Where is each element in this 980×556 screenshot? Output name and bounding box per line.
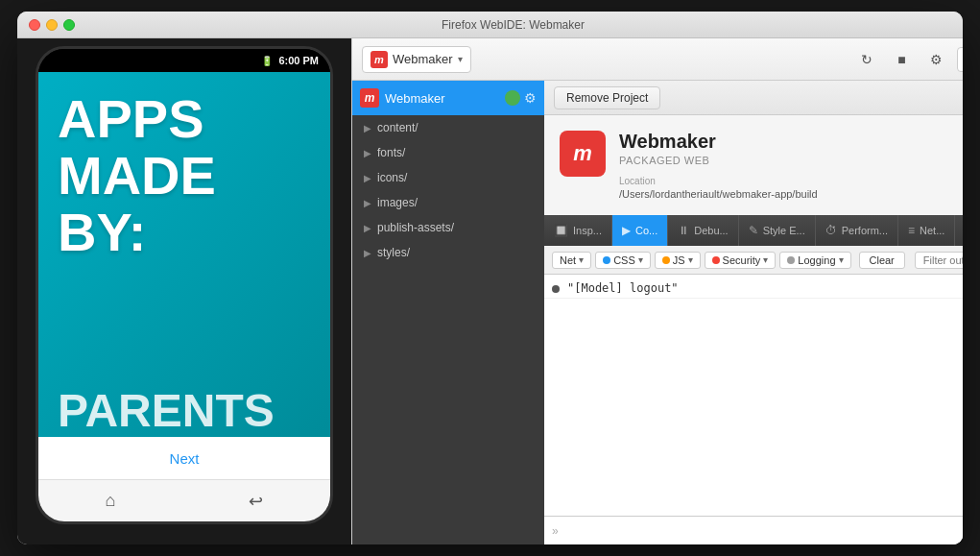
phone-bottom-bar[interactable]: Next	[38, 437, 330, 479]
runtime-selector[interactable]: 📱 Firefox OS 2.0 ▾	[957, 47, 963, 72]
phone-time: 6:00 PM	[278, 55, 319, 66]
debugger-icon: ⏸	[678, 224, 689, 237]
devtools-tabs: 🔲 Insp... ▶ Co... ⏸ Debu... ✎	[544, 215, 963, 246]
net-filter-label: Net	[560, 254, 576, 266]
console-log-entry: "[Model] logout" index.js:569	[544, 278, 963, 299]
css-filter-label: CSS	[613, 254, 635, 266]
phone-next-button[interactable]: Next	[170, 450, 200, 467]
project-info-body: m Webmaker PACKAGED WEB Location /Users/…	[544, 115, 963, 215]
phone-text-made: MADE	[58, 148, 311, 205]
phone-screen: APPS MADE BY: PARENTS	[38, 72, 330, 437]
security-filter-label: Security	[723, 254, 761, 266]
app-name-label: Webmaker	[393, 52, 453, 66]
maximize-button[interactable]	[63, 19, 75, 31]
js-filter-chevron: ▾	[688, 254, 693, 265]
file-tree-gear-icon[interactable]: ⚙	[524, 90, 537, 106]
css-filter-button[interactable]: CSS ▾	[595, 252, 651, 269]
project-details: Webmaker PACKAGED WEB Location /Users/lo…	[619, 131, 963, 200]
file-arrow-icon: ▶	[364, 248, 371, 258]
console-expand-icon[interactable]: »	[552, 524, 559, 538]
app-icon: m	[370, 51, 388, 68]
css-filter-chevron: ▾	[638, 254, 643, 265]
tab-style-editor[interactable]: ✎ Style E...	[739, 215, 816, 246]
inspector-icon: 🔲	[554, 224, 568, 237]
file-name: icons/	[377, 171, 407, 184]
phone-screen-content: APPS MADE BY: PARENTS	[38, 72, 330, 437]
filter-input[interactable]	[915, 252, 963, 269]
file-arrow-icon: ▶	[364, 123, 371, 133]
main-content: 🔋 6:00 PM APPS MADE BY: PARENTS Next	[17, 38, 963, 544]
tab-performance[interactable]: ⏱ Perform...	[816, 215, 898, 246]
file-name: images/	[377, 196, 418, 209]
style-editor-icon: ✎	[749, 224, 758, 237]
tab-inspector[interactable]: 🔲 Insp...	[544, 215, 612, 246]
reload-button[interactable]: ↻	[853, 46, 880, 73]
tab-debugger[interactable]: ⏸ Debu...	[668, 215, 738, 246]
phone-text-apps: APPS	[58, 91, 311, 148]
file-tree-item[interactable]: ▶icons/	[352, 165, 544, 190]
security-filter-chevron: ▾	[763, 254, 768, 265]
tab-scratch[interactable]: 📋 Scratch...	[955, 215, 963, 246]
title-bar: Firefox WebIDE: Webmaker	[17, 12, 963, 38]
remove-project-button[interactable]: Remove Project	[554, 86, 660, 109]
file-tree-item[interactable]: ▶styles/	[352, 240, 544, 265]
net-filter-button[interactable]: Net ▾	[552, 252, 591, 269]
clear-button[interactable]: Clear	[859, 252, 905, 269]
js-filter-button[interactable]: JS ▾	[655, 252, 701, 269]
phone-nav-bar: ⌂ ↩	[38, 479, 330, 521]
stop-icon: ■	[897, 52, 905, 67]
project-info-panel: Remove Project VALID m Webmaker PACKAGED…	[544, 81, 963, 544]
css-dot	[603, 256, 610, 264]
file-name: fonts/	[377, 146, 405, 159]
phone-home-icon[interactable]: ⌂	[106, 491, 116, 511]
js-filter-label: JS	[673, 254, 685, 266]
file-tree-header: m Webmaker ⚙	[352, 81, 544, 115]
style-editor-label: Style E...	[763, 225, 805, 236]
file-tree-item[interactable]: ▶images/	[352, 190, 544, 215]
file-arrow-icon: ▶	[364, 198, 371, 208]
network-label: Net...	[920, 225, 944, 236]
security-dot	[712, 256, 720, 264]
app-selector-chevron: ▾	[458, 54, 463, 64]
project-name: Webmaker	[619, 131, 963, 153]
tab-network[interactable]: ≡ Net...	[898, 215, 955, 246]
console-label: Co...	[635, 225, 657, 236]
console-toolbar: Net ▾ CSS ▾ JS ▾	[544, 246, 963, 275]
file-tree-item[interactable]: ▶publish-assets/	[352, 215, 544, 240]
tab-console[interactable]: ▶ Co...	[612, 215, 668, 246]
file-tree-item[interactable]: ▶content/	[352, 115, 544, 140]
settings-button[interactable]: ⚙	[922, 46, 949, 73]
phone-simulator: 🔋 6:00 PM APPS MADE BY: PARENTS Next	[17, 38, 351, 544]
project-location-label: Location	[619, 176, 963, 186]
file-tree-item[interactable]: ▶fonts/	[352, 140, 544, 165]
phone-status-bar: 🔋 6:00 PM	[38, 49, 330, 72]
app-selector[interactable]: m Webmaker ▾	[362, 46, 471, 73]
console-output: "[Model] logout" index.js:569	[544, 275, 963, 516]
filter-input-wrap	[915, 252, 963, 269]
logging-dot	[787, 256, 795, 264]
file-arrow-icon: ▶	[364, 148, 371, 158]
project-info-header: Remove Project VALID	[544, 81, 963, 115]
phone-text-by: BY:	[58, 205, 311, 261]
console-log-dot	[552, 285, 560, 293]
settings-icon: ⚙	[930, 52, 943, 67]
file-tree-app-name: Webmaker	[385, 91, 499, 106]
mac-window: Firefox WebIDE: Webmaker 🔋 6:00 PM APPS …	[17, 12, 963, 544]
minimize-button[interactable]	[46, 19, 58, 31]
phone-back-icon[interactable]: ↩	[249, 491, 263, 512]
network-icon: ≡	[908, 224, 915, 237]
file-tree-header-icons: ⚙	[505, 90, 537, 106]
traffic-lights	[29, 19, 75, 31]
close-button[interactable]	[29, 19, 40, 31]
console-icon: ▶	[622, 224, 631, 237]
file-tree-status-icon	[505, 90, 520, 106]
file-name: publish-assets/	[377, 221, 454, 234]
inspector-label: Insp...	[573, 225, 602, 236]
logging-filter-button[interactable]: Logging ▾	[779, 252, 850, 269]
security-filter-button[interactable]: Security ▾	[705, 252, 777, 269]
project-type: PACKAGED WEB	[619, 155, 963, 166]
stop-button[interactable]: ■	[888, 46, 915, 73]
phone-battery-icon: 🔋	[261, 56, 273, 66]
file-tree-items: ▶content/▶fonts/▶icons/▶images/▶publish-…	[352, 115, 544, 265]
project-location-path: /Users/lordantheriault/webmaker-app/buil…	[619, 188, 963, 200]
